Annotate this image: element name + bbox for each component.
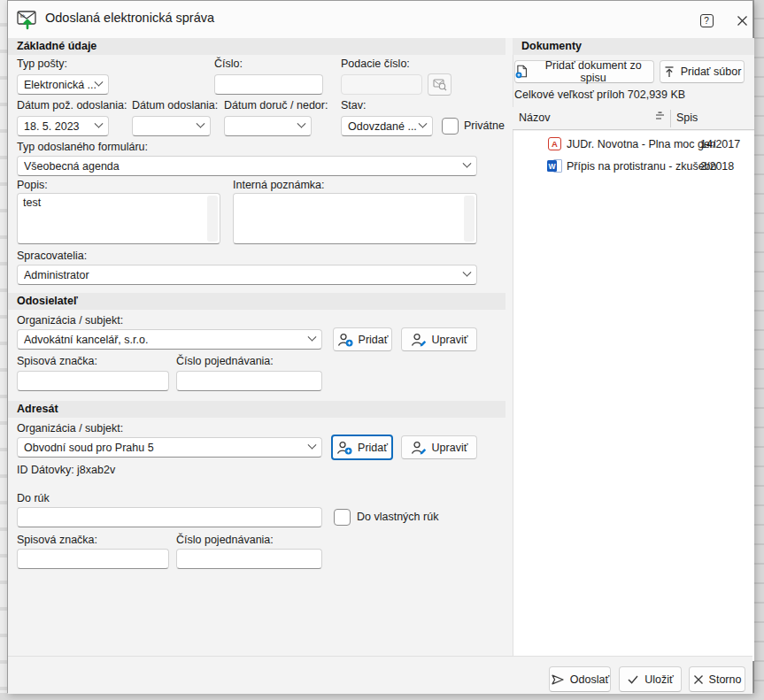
person-add-icon bbox=[337, 333, 353, 347]
scrollbar-track[interactable] bbox=[464, 196, 475, 242]
sender-add-button[interactable]: Pridať bbox=[333, 327, 392, 351]
close-icon bbox=[737, 15, 748, 27]
datum-doruc-dropdown[interactable] bbox=[224, 116, 312, 136]
column-spis[interactable]: Spis bbox=[676, 112, 698, 124]
stav-dropdown[interactable]: Odovzdané ... bbox=[341, 116, 433, 136]
total-attachments-size: Celkové veľkosť príloh 702,939 KB bbox=[514, 88, 685, 101]
column-divider bbox=[670, 110, 671, 127]
datum-poz-label: Dátum pož. odoslania: bbox=[17, 99, 127, 112]
help-button[interactable]: ? bbox=[697, 12, 716, 29]
do-ruk-label: Do rúk bbox=[17, 492, 50, 504]
documents-table-header: Názov Spis bbox=[513, 107, 754, 130]
interna-poznamka-textarea[interactable] bbox=[234, 194, 476, 243]
popis-textarea-wrap: test bbox=[17, 193, 220, 244]
sender-spisova-input[interactable] bbox=[17, 371, 169, 391]
cancel-button[interactable]: Storno bbox=[689, 666, 745, 692]
cislo-label: Číslo: bbox=[214, 58, 243, 70]
addressee-spisova-input[interactable] bbox=[17, 549, 169, 569]
x-icon bbox=[693, 674, 704, 685]
send-icon bbox=[551, 673, 565, 687]
section-basic-data: Základné údaje bbox=[8, 38, 505, 55]
popis-label: Popis: bbox=[17, 179, 48, 191]
addressee-cislo-poj-input[interactable] bbox=[176, 549, 322, 569]
add-document-from-file-button[interactable]: Pridať dokument zo spisu bbox=[514, 60, 654, 83]
sort-icon[interactable] bbox=[652, 112, 667, 124]
document-file: 2/2018 bbox=[700, 160, 734, 173]
datum-odoslania-label: Dátum odoslania: bbox=[132, 99, 218, 112]
addressee-org-dropdown[interactable]: Obvodní soud pro Prahu 5 bbox=[17, 437, 322, 458]
typ-formularu-label: Typ odoslaného formuláru: bbox=[17, 141, 148, 153]
datum-doruc-label: Dátum doruč / nedor: bbox=[224, 99, 328, 112]
column-nazov[interactable]: Názov bbox=[519, 112, 550, 124]
titlebar: sk Odoslaná elektronická správa ? bbox=[8, 1, 752, 38]
typ-posty-label: Typ pošty: bbox=[17, 58, 67, 70]
sender-spisova-label: Spisová značka: bbox=[17, 355, 97, 367]
lookup-message-button[interactable] bbox=[428, 73, 451, 96]
typ-posty-dropdown[interactable]: Elektronická ... bbox=[17, 74, 109, 95]
check-icon bbox=[627, 673, 639, 685]
scrollbar-track[interactable] bbox=[207, 196, 218, 242]
send-button[interactable]: Odoslať bbox=[549, 666, 611, 692]
datum-poz-dropdown[interactable]: 18. 5. 2023 bbox=[17, 116, 109, 136]
envelope-search-icon bbox=[433, 78, 447, 91]
help-icon: ? bbox=[700, 14, 714, 27]
dialog-footer: Odoslať Uložiť Storno bbox=[8, 656, 752, 694]
section-sender: Odosielateľ bbox=[8, 293, 505, 310]
privatne-checkbox[interactable] bbox=[442, 118, 459, 135]
do-ruk-input[interactable] bbox=[17, 507, 322, 527]
document-name: Přípis na protistranu - zkušebn bbox=[567, 160, 717, 173]
chevron-down-icon bbox=[463, 159, 472, 168]
id-datovky-text: ID Dátovky: j8xab2v bbox=[17, 464, 115, 476]
do-vlastnych-ruk-label: Do vlastných rúk bbox=[357, 511, 438, 523]
document-name: JUDr. Novotna - Plna moc gen bbox=[567, 138, 716, 150]
sender-edit-button[interactable]: Upraviť bbox=[401, 327, 477, 351]
typ-formularu-dropdown[interactable]: Všeobecná agenda bbox=[17, 156, 477, 176]
chevron-down-icon bbox=[308, 441, 317, 450]
window-title: Odoslaná elektronická správa bbox=[45, 11, 214, 25]
add-file-button[interactable]: Pridať súbor bbox=[660, 60, 745, 83]
sender-org-label: Organizácia / subjekt: bbox=[17, 314, 123, 327]
chevron-down-icon bbox=[463, 268, 472, 277]
upload-icon bbox=[663, 65, 675, 78]
background-window-right bbox=[753, 0, 764, 700]
table-row[interactable]: A JUDr. Novotna - Plna moc gen 14/2017 bbox=[513, 135, 754, 157]
chevron-down-icon bbox=[95, 78, 104, 87]
chevron-down-icon bbox=[308, 333, 317, 342]
chevron-down-icon bbox=[197, 119, 205, 128]
podacie-cislo-label: Podacie číslo: bbox=[341, 58, 410, 70]
interna-textarea-wrap bbox=[233, 193, 477, 244]
document-file: 14/2017 bbox=[700, 138, 740, 150]
sender-org-dropdown[interactable]: Advokátní kancelář, s.r.o. bbox=[17, 329, 322, 350]
background-window-left bbox=[0, 0, 7, 700]
addressee-edit-button[interactable]: Upraviť bbox=[401, 435, 477, 459]
cislo-input[interactable] bbox=[214, 74, 323, 95]
table-row[interactable]: W Přípis na protistranu - zkušebn 2/2018 bbox=[513, 157, 754, 179]
person-edit-icon bbox=[411, 441, 427, 455]
person-edit-icon bbox=[411, 333, 427, 347]
documents-table-body: A JUDr. Novotna - Plna moc gen 14/2017 W… bbox=[513, 131, 754, 661]
podacie-cislo-input bbox=[341, 74, 422, 95]
stav-label: Stav: bbox=[341, 99, 367, 112]
interna-poznamka-label: Interná poznámka: bbox=[233, 179, 325, 191]
section-documents: Dokumenty bbox=[513, 38, 754, 55]
svg-text:sk: sk bbox=[20, 13, 27, 19]
chevron-down-icon bbox=[95, 119, 104, 128]
do-vlastnych-ruk-checkbox[interactable] bbox=[334, 509, 351, 526]
spracovatelia-dropdown[interactable]: Administrator bbox=[17, 265, 477, 285]
chevron-down-icon bbox=[419, 119, 428, 128]
sender-cislo-poj-input[interactable] bbox=[176, 371, 322, 391]
close-button[interactable] bbox=[731, 11, 752, 30]
dialog-sent-electronic-message: sk Odoslaná elektronická správa ? Základ… bbox=[7, 0, 753, 693]
spracovatelia-label: Spracovatelia: bbox=[17, 250, 87, 262]
background-window-bottom bbox=[0, 693, 764, 700]
document-add-icon bbox=[515, 65, 528, 79]
addressee-add-button[interactable]: Pridať bbox=[331, 435, 393, 460]
form-panel: Základné údaje Typ pošty: Elektronická .… bbox=[8, 38, 513, 656]
addressee-cislo-poj-label: Číslo pojednávania: bbox=[176, 534, 274, 546]
person-add-icon bbox=[336, 441, 352, 455]
datum-odoslania-dropdown[interactable] bbox=[132, 116, 211, 136]
screen: sk Odoslaná elektronická správa ? Základ… bbox=[0, 0, 764, 700]
popis-textarea[interactable]: test bbox=[18, 194, 220, 243]
save-button[interactable]: Uložiť bbox=[619, 666, 682, 692]
addressee-org-label: Organizácia / subjekt: bbox=[17, 422, 123, 435]
